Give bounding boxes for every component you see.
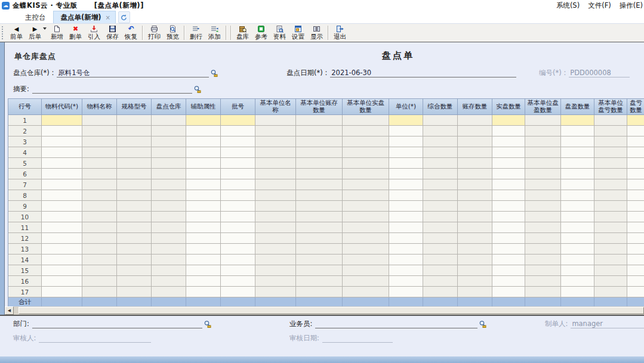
cell-r12-c6[interactable] [221,233,255,244]
column-header-15[interactable]: 盘盈数量 [561,99,594,115]
cell-r17-c4[interactable] [152,287,186,297]
cell-r11-c10[interactable] [389,222,423,233]
cell-r12-c9[interactable] [343,233,389,244]
cell-r4-c17[interactable] [627,147,644,158]
cell-r3-c6[interactable] [221,136,255,147]
cell-r15-c7[interactable] [255,265,296,276]
cell-r7-c2[interactable] [82,179,117,190]
preview-button[interactable]: 预览 [164,25,182,41]
cell-r14-c11[interactable] [423,255,458,265]
cell-r13-c12[interactable] [458,244,492,255]
column-header-11[interactable]: 综合数量 [423,99,458,115]
cell-r4-c1[interactable] [42,147,82,158]
new-doc-button[interactable]: 新增 [48,25,66,41]
cell-r17-c16[interactable] [594,287,627,297]
cell-r2-c7[interactable] [255,126,296,136]
cell-r9-c11[interactable] [423,201,458,212]
row-header-6[interactable]: 6 [8,169,42,179]
cell-r17-c7[interactable] [255,287,296,297]
cell-r8-c3[interactable] [117,190,152,201]
cell-r10-c5[interactable] [186,212,221,222]
department-input[interactable] [32,319,202,328]
cell-r17-c3[interactable] [117,287,152,297]
settings-button[interactable]: 设置 [289,25,307,41]
insert-row-button[interactable]: 添加 [205,25,224,41]
next-doc-dropdown-icon[interactable] [43,27,47,30]
column-header-4[interactable]: 盘点仓库 [152,99,186,115]
cell-r1-c11[interactable] [423,115,458,126]
cell-r9-c14[interactable] [525,201,561,212]
cell-r15-c16[interactable] [594,265,627,276]
cell-r9-c2[interactable] [82,201,117,212]
tab-console[interactable]: 主控台 [18,11,53,23]
cell-r9-c15[interactable] [561,201,594,212]
cell-r16-c16[interactable] [594,276,627,287]
cell-r15-c14[interactable] [525,265,561,276]
print-button[interactable]: 打印 [145,25,164,41]
cell-r15-c3[interactable] [117,265,152,276]
cell-r5-c7[interactable] [255,158,296,169]
cell-r10-c4[interactable] [152,212,186,222]
cell-r10-c14[interactable] [525,212,561,222]
cell-r4-c10[interactable] [389,147,423,158]
cell-r9-c1[interactable] [42,201,82,212]
cell-r5-c10[interactable] [389,158,423,169]
cell-r16-c10[interactable] [389,276,423,287]
cell-r12-c4[interactable] [152,233,186,244]
cell-r3-c13[interactable] [492,136,525,147]
cell-r16-c2[interactable] [82,276,117,287]
prev-doc-button[interactable]: ◀前单 [7,25,26,41]
cell-r8-c8[interactable] [296,190,343,201]
cell-r11-c4[interactable] [152,222,186,233]
cell-r7-c4[interactable] [152,179,186,190]
cell-r17-c9[interactable] [343,287,389,297]
cell-r9-c10[interactable] [389,201,423,212]
cell-r16-c3[interactable] [117,276,152,287]
cell-r5-c15[interactable] [561,158,594,169]
cell-r11-c7[interactable] [255,222,296,233]
cell-r13-c4[interactable] [152,244,186,255]
undo-button[interactable]: ↶恢复 [122,25,140,41]
column-header-9[interactable]: 基本单位实盘数量 [343,99,389,115]
cell-r14-c1[interactable] [42,255,82,265]
cell-r6-c15[interactable] [561,169,594,179]
column-header-8[interactable]: 基本单位账存数量 [296,99,343,115]
column-header-3[interactable]: 规格型号 [117,99,152,115]
column-header-5[interactable]: 辅助属性 [186,99,221,115]
reference-button[interactable]: 参考 [252,25,270,41]
cell-r8-c5[interactable] [186,190,221,201]
cell-r4-c12[interactable] [458,147,492,158]
tab-close-icon[interactable]: × [106,14,110,21]
cell-r4-c14[interactable] [525,147,561,158]
cell-r7-c10[interactable] [389,179,423,190]
cell-r10-c10[interactable] [389,212,423,222]
cell-r10-c17[interactable] [627,212,644,222]
cell-r7-c6[interactable] [221,179,255,190]
cell-r7-c3[interactable] [117,179,152,190]
cell-r5-c3[interactable] [117,158,152,169]
cell-r15-c17[interactable] [627,265,644,276]
cell-r13-c7[interactable] [255,244,296,255]
cell-r3-c9[interactable] [343,136,389,147]
cell-r11-c2[interactable] [82,222,117,233]
cell-r2-c16[interactable] [594,126,627,136]
cell-r12-c16[interactable] [594,233,627,244]
cell-r4-c6[interactable] [221,147,255,158]
cell-r16-c17[interactable] [627,276,644,287]
cell-r3-c12[interactable] [458,136,492,147]
cell-r1-c15[interactable] [561,115,594,126]
row-header-4[interactable]: 4 [8,147,42,158]
cell-r10-c9[interactable] [343,212,389,222]
cell-r1-c10[interactable] [389,115,423,126]
cell-r17-c13[interactable] [492,287,525,297]
cell-r13-c2[interactable] [82,244,117,255]
row-header-12[interactable]: 12 [8,233,42,244]
cell-r12-c12[interactable] [458,233,492,244]
cell-r12-c11[interactable] [423,233,458,244]
cell-r11-c1[interactable] [42,222,82,233]
cell-r12-c5[interactable] [186,233,221,244]
cell-r2-c11[interactable] [423,126,458,136]
cell-r6-c11[interactable] [423,169,458,179]
cell-r1-c7[interactable] [255,115,296,126]
row-header-14[interactable]: 14 [8,255,42,265]
